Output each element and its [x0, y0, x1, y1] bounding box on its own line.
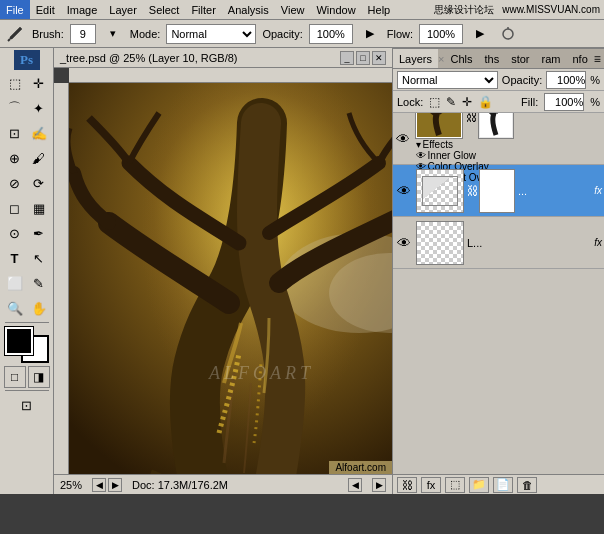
healing-tool[interactable]: ⊕ — [3, 146, 26, 170]
doc-close[interactable]: ✕ — [372, 51, 386, 65]
eyedropper-tool[interactable]: ✍ — [27, 121, 50, 145]
lasso-tool[interactable]: ⌒ — [3, 96, 26, 120]
blend-mode-select[interactable]: Normal — [397, 71, 498, 89]
tab-history[interactable]: stor — [505, 49, 535, 68]
color-boxes — [5, 327, 49, 363]
tool-row-3: ⊡ ✍ — [3, 121, 50, 145]
menu-file[interactable]: File — [0, 0, 30, 19]
tab-info[interactable]: nfo — [566, 49, 593, 68]
pen-tool[interactable]: ✒ — [27, 221, 50, 245]
layer-3-visibility[interactable]: 👁 — [395, 235, 413, 251]
crop-tool[interactable]: ⊡ — [3, 121, 26, 145]
opacity-label: Opacity: — [262, 28, 302, 40]
lock-all-icon[interactable]: 🔒 — [478, 95, 493, 109]
tab-layers[interactable]: Layers — [393, 49, 438, 68]
mode-label: Mode: — [130, 28, 161, 40]
text-tool[interactable]: T — [3, 246, 26, 270]
move-tool[interactable]: ✛ — [27, 71, 50, 95]
menu-select[interactable]: Select — [143, 0, 186, 19]
layer-1-thumb-svg — [417, 113, 461, 137]
nav-next[interactable]: ▶ — [108, 478, 122, 492]
flow-input[interactable] — [419, 24, 463, 44]
airbrush-icon[interactable] — [497, 23, 519, 45]
eye-icon-2[interactable]: 👁 — [397, 183, 411, 199]
layers-list[interactable]: 👁 ⛓ — [393, 113, 604, 474]
layer-2-link[interactable]: ⛓ — [467, 184, 479, 198]
layer-2-name: ... — [518, 185, 590, 197]
tab-actions[interactable]: ram — [536, 49, 567, 68]
history-tool[interactable]: ⟳ — [27, 171, 50, 195]
layer-2-fx[interactable]: fx — [594, 185, 602, 196]
tool-brush-icon[interactable] — [4, 23, 26, 45]
add-style-btn[interactable]: fx — [421, 477, 441, 493]
tool-row-6: ◻ ▦ — [3, 196, 50, 220]
link-layers-btn[interactable]: ⛓ — [397, 477, 417, 493]
nav-prev[interactable]: ◀ — [92, 478, 106, 492]
standard-mode[interactable]: □ — [4, 366, 26, 388]
canvas-image: ALFOART — [69, 83, 392, 474]
eye-icon-3[interactable]: 👁 — [397, 235, 411, 251]
doc-maximize[interactable]: □ — [356, 51, 370, 65]
nav-left[interactable]: ◀ — [348, 478, 362, 492]
tab-channels[interactable]: Chls — [444, 49, 478, 68]
menu-analysis[interactable]: Analysis — [222, 0, 275, 19]
menu-window[interactable]: Window — [310, 0, 361, 19]
tab-paths[interactable]: ths — [478, 49, 505, 68]
menu-edit[interactable]: Edit — [30, 0, 61, 19]
nav-right[interactable]: ▶ — [372, 478, 386, 492]
clone-tool[interactable]: ⊘ — [3, 171, 26, 195]
menu-help[interactable]: Help — [362, 0, 397, 19]
brush-dropdown[interactable]: ▾ — [102, 23, 124, 45]
delete-layer-btn[interactable]: 🗑 — [517, 477, 537, 493]
layer-3-name: L... — [467, 237, 590, 249]
add-mask-btn[interactable]: ⬚ — [445, 477, 465, 493]
new-layer-btn[interactable]: 📄 — [493, 477, 513, 493]
layer-entry-3[interactable]: 👁 L... fx — [393, 217, 604, 269]
tree-svg — [69, 83, 392, 474]
mode-select[interactable]: Normal — [166, 24, 256, 44]
notes-tool[interactable]: ✎ — [27, 271, 50, 295]
options-bar: Brush: 9 ▾ Mode: Normal Opacity: ▶ Flow:… — [0, 20, 604, 48]
layer-2-visibility[interactable]: 👁 — [395, 183, 413, 199]
lock-position-icon[interactable]: ✛ — [462, 95, 472, 109]
eraser-tool[interactable]: ◻ — [3, 196, 26, 220]
menu-image[interactable]: Image — [61, 0, 104, 19]
fill-input[interactable] — [544, 93, 584, 111]
shape-tool[interactable]: ⬜ — [3, 271, 26, 295]
dodge-tool[interactable]: ⊙ — [3, 221, 26, 245]
quick-mask-mode[interactable]: ◨ — [28, 366, 50, 388]
new-group-btn[interactable]: 📁 — [469, 477, 489, 493]
layer-1-visibility[interactable]: 👁 — [395, 131, 412, 147]
hand-tool[interactable]: ✋ — [27, 296, 50, 320]
flow-arrow[interactable]: ▶ — [469, 23, 491, 45]
effects-arrow[interactable]: ▾ — [416, 139, 421, 150]
layer-entry-1[interactable]: 👁 ⛓ — [393, 113, 604, 165]
canvas-area[interactable]: ALFOART Alfoart.com — [69, 83, 392, 474]
menu-filter[interactable]: Filter — [185, 0, 221, 19]
layer-3-fx[interactable]: fx — [594, 237, 602, 248]
marquee-tool[interactable]: ⬚ — [3, 71, 26, 95]
menu-layer[interactable]: Layer — [103, 0, 143, 19]
eye-icon-1[interactable]: 👁 — [396, 131, 410, 147]
opacity-input-layers[interactable] — [546, 71, 586, 89]
layer-1-link[interactable]: ⛓ — [466, 113, 478, 124]
watermark: ALFOART — [209, 363, 314, 384]
gradient-tool[interactable]: ▦ — [27, 196, 50, 220]
menu-view[interactable]: View — [275, 0, 311, 19]
path-select-tool[interactable]: ↖ — [27, 246, 50, 270]
opacity-arrow[interactable]: ▶ — [359, 23, 381, 45]
effects-label: ▾ Effects — [416, 139, 602, 150]
effect-eye-1[interactable]: 👁 — [416, 150, 426, 161]
screen-mode-btn[interactable]: ⊡ — [3, 393, 51, 417]
zoom-tool[interactable]: 🔍 — [3, 296, 26, 320]
opacity-input[interactable] — [309, 24, 353, 44]
lock-transparent-icon[interactable]: ⬚ — [429, 95, 440, 109]
doc-minimize[interactable]: _ — [340, 51, 354, 65]
foreground-color[interactable] — [5, 327, 33, 355]
panel-close-btn[interactable]: ≡ — [594, 52, 601, 66]
magic-wand-tool[interactable]: ✦ — [27, 96, 50, 120]
svg-point-0 — [503, 29, 513, 39]
lock-image-icon[interactable]: ✎ — [446, 95, 456, 109]
brush-tool[interactable]: 🖌 — [27, 146, 50, 170]
inner-glow-effect[interactable]: 👁 Inner Glow — [416, 150, 602, 161]
